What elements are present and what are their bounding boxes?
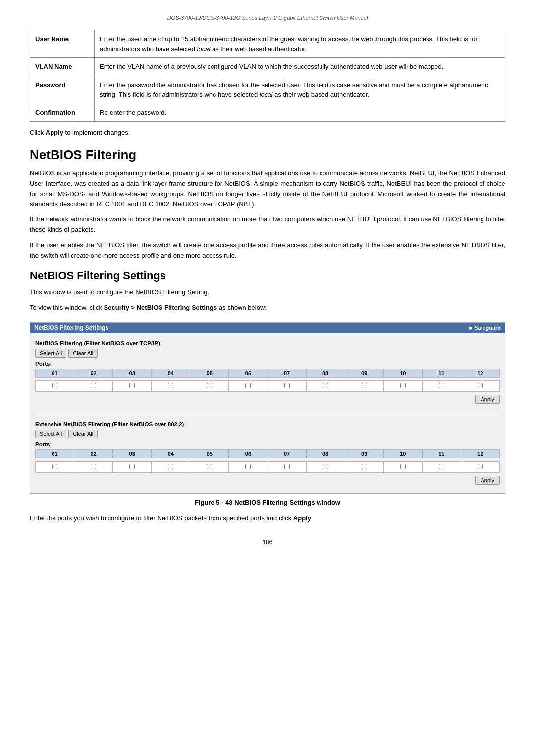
filter2-port-cell-09 bbox=[345, 462, 384, 473]
filter1-port-header-09: 09 bbox=[345, 369, 384, 378]
filter2-apply-row: Apply bbox=[35, 476, 500, 485]
filter2-port-cell-02 bbox=[74, 462, 113, 473]
filter2-apply-button[interactable]: Apply bbox=[475, 476, 500, 485]
filter1-port-checkbox-01[interactable] bbox=[52, 383, 57, 388]
filter2-port-cell-04 bbox=[152, 462, 190, 473]
filter2-port-checkbox-05[interactable] bbox=[207, 464, 212, 469]
filter2-port-cell-05 bbox=[190, 462, 229, 473]
filter1-port-header-07: 07 bbox=[268, 369, 307, 378]
filter1-select-all-button[interactable]: Select All bbox=[35, 349, 66, 358]
filter2-label: Extensive NetBIOS Filtering (Filter NetB… bbox=[35, 421, 500, 427]
filter1-port-cell-10 bbox=[384, 381, 423, 392]
filter1-apply-button[interactable]: Apply bbox=[475, 395, 500, 404]
filter1-ports-label: Ports: bbox=[35, 361, 500, 367]
filter1-port-checkbox-02[interactable] bbox=[91, 383, 96, 388]
filter2-port-checkbox-09[interactable] bbox=[362, 464, 367, 469]
filter2-port-checkbox-07[interactable] bbox=[284, 464, 290, 469]
filter1-port-cell-09 bbox=[345, 381, 384, 392]
filter2-port-cell-01 bbox=[36, 462, 74, 473]
filter1-port-cell-03 bbox=[113, 381, 152, 392]
bottom-text-bold: Apply bbox=[293, 514, 311, 522]
body-text-1: NetBIOS is an application programming in… bbox=[30, 168, 505, 210]
filter2-port-checkbox-02[interactable] bbox=[91, 464, 96, 469]
filter1-btn-row: Select All Clear All bbox=[35, 349, 500, 358]
filter1-port-cell-05 bbox=[190, 381, 229, 392]
filter2-port-cell-08 bbox=[307, 462, 345, 473]
window-content: NetBIOS Filtering (Filter NetBIOS over T… bbox=[30, 333, 505, 493]
filter2-port-checkbox-11[interactable] bbox=[439, 464, 444, 469]
filter1-port-cell-11 bbox=[423, 381, 461, 392]
subsection-body1: This window is used to configure the Net… bbox=[30, 287, 505, 298]
filter2-port-checkbox-08[interactable] bbox=[323, 464, 328, 469]
safeguard-badge: ■ Safeguard bbox=[469, 325, 501, 331]
filter2-btn-row: Select All Clear All bbox=[35, 430, 500, 438]
filter1-clear-all-button[interactable]: Clear All bbox=[68, 349, 98, 358]
table-cell-label: VLAN Name bbox=[30, 58, 95, 76]
bottom-text-suffix: . bbox=[311, 514, 313, 522]
divider bbox=[35, 413, 500, 413]
filter1-port-cell-06 bbox=[229, 381, 268, 392]
filter1-port-checkbox-10[interactable] bbox=[400, 383, 406, 388]
page-number: 186 bbox=[30, 539, 505, 546]
subsection-body2-prefix: To view this window, click bbox=[30, 304, 104, 311]
filter2-port-cell-06 bbox=[229, 462, 268, 473]
filter1-port-cell-08 bbox=[307, 381, 345, 392]
table-cell-content: Re-enter the password. bbox=[95, 104, 505, 122]
filter1-port-cell-04 bbox=[152, 381, 190, 392]
filter2-section: Extensive NetBIOS Filtering (Filter NetB… bbox=[35, 418, 500, 488]
filter2-port-checkbox-12[interactable] bbox=[478, 464, 483, 469]
filter2-ports-label: Ports: bbox=[35, 441, 500, 447]
filter1-port-checkbox-09[interactable] bbox=[362, 383, 367, 388]
filter1-port-cell-01 bbox=[36, 381, 74, 392]
filter1-port-checkbox-03[interactable] bbox=[129, 383, 135, 388]
filter1-port-checkbox-05[interactable] bbox=[207, 383, 212, 388]
info-table: User NameEnter the username of up to 15 … bbox=[30, 30, 505, 122]
filter1-port-checkbox-07[interactable] bbox=[284, 383, 290, 388]
filter1-port-header-10: 10 bbox=[384, 369, 423, 378]
filter1-port-header-02: 02 bbox=[74, 369, 113, 378]
filter1-port-checkbox-08[interactable] bbox=[323, 383, 328, 388]
filter2-select-all-button[interactable]: Select All bbox=[35, 430, 66, 438]
filter2-clear-all-button[interactable]: Clear All bbox=[68, 430, 98, 438]
page: DGS-3700-12/DGS-3700-12G Series Layer 2 … bbox=[0, 0, 535, 756]
table-row: ConfirmationRe-enter the password. bbox=[30, 104, 505, 122]
filter2-port-cell-03 bbox=[113, 462, 152, 473]
filter1-port-header-06: 06 bbox=[229, 369, 268, 378]
filter2-port-header-01: 01 bbox=[36, 450, 74, 458]
filter1-port-checkbox-12[interactable] bbox=[478, 383, 483, 388]
table-row: PasswordEnter the password the administr… bbox=[30, 76, 505, 104]
filter1-ports-grid: 010203040506070809101112 bbox=[35, 369, 500, 378]
filter1-port-checkbox-06[interactable] bbox=[245, 383, 251, 388]
netbios-window: NetBIOS Filtering Settings ■ Safeguard N… bbox=[30, 322, 505, 494]
filter2-port-header-11: 11 bbox=[423, 450, 461, 458]
section-title: NetBIOS Filtering bbox=[30, 147, 505, 162]
filter2-ports-checkboxes bbox=[35, 461, 500, 473]
window-title: NetBIOS Filtering Settings bbox=[34, 324, 108, 331]
table-cell-content: Enter the password the administrator has… bbox=[95, 76, 505, 104]
filter2-port-checkbox-06[interactable] bbox=[245, 464, 251, 469]
filter2-port-checkbox-10[interactable] bbox=[400, 464, 406, 469]
filter2-port-cell-11 bbox=[423, 462, 461, 473]
table-cell-content: Enter the username of up to 15 alphanume… bbox=[95, 30, 505, 58]
subsection-body2-suffix: as shown below: bbox=[217, 304, 267, 311]
filter1-port-header-04: 04 bbox=[152, 369, 190, 378]
filter2-port-checkbox-03[interactable] bbox=[129, 464, 135, 469]
filter2-port-checkbox-04[interactable] bbox=[168, 464, 173, 469]
filter1-port-checkbox-04[interactable] bbox=[168, 383, 173, 388]
filter1-port-header-05: 05 bbox=[190, 369, 229, 378]
filter1-port-cell-02 bbox=[74, 381, 113, 392]
body-text-3: If the user enables the NETBIOS filter, … bbox=[30, 240, 505, 261]
subsection-body2-bold: Security > NetBIOS Filtering Settings bbox=[104, 304, 217, 311]
filter2-port-header-08: 08 bbox=[307, 450, 345, 458]
window-titlebar: NetBIOS Filtering Settings ■ Safeguard bbox=[30, 323, 505, 333]
table-cell-content: Enter the VLAN name of a previously conf… bbox=[95, 58, 505, 76]
filter2-port-header-06: 06 bbox=[229, 450, 268, 458]
bottom-text: Enter the ports you wish to configure to… bbox=[30, 513, 505, 524]
filter2-ports-grid: 010203040506070809101112 bbox=[35, 449, 500, 458]
filter1-port-checkbox-11[interactable] bbox=[439, 383, 444, 388]
table-cell-label: Confirmation bbox=[30, 104, 95, 122]
filter2-port-checkbox-01[interactable] bbox=[52, 464, 57, 469]
filter2-port-header-04: 04 bbox=[152, 450, 190, 458]
filter2-port-header-02: 02 bbox=[74, 450, 113, 458]
table-row: User NameEnter the username of up to 15 … bbox=[30, 30, 505, 58]
